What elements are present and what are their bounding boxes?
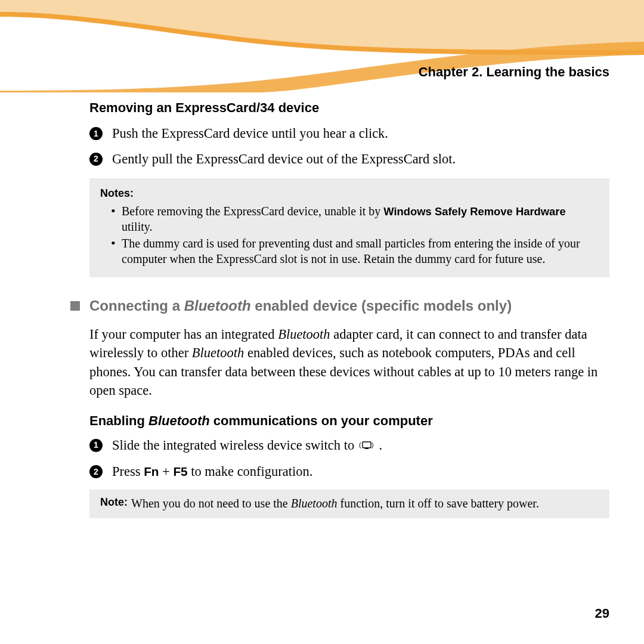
step-number-icon: 2 — [89, 153, 103, 166]
note-item: Before removing the ExpressCard device, … — [111, 203, 599, 234]
svg-text:): ) — [371, 441, 374, 448]
step-1-bt: 1 Slide the integrated wireless device s… — [89, 436, 609, 456]
note-box-battery: Note: When you do not need to use the Bl… — [89, 490, 609, 518]
bluetooth-description: If your computer has an integrated Bluet… — [89, 325, 609, 400]
step-text: Slide the integrated wireless device swi… — [112, 436, 382, 456]
note-item: The dummy card is used for preventing du… — [111, 236, 599, 267]
section-heading-removing-expresscard: Removing an ExpressCard/34 device — [89, 100, 609, 116]
svg-rect-2 — [365, 448, 369, 449]
section-heading-bluetooth: Connecting a Bluetooth enabled device (s… — [70, 298, 609, 314]
note-label: Note: — [100, 496, 128, 511]
page-number: 29 — [595, 606, 609, 621]
svg-rect-1 — [363, 442, 371, 448]
chapter-title: Chapter 2. Learning the basics — [419, 64, 609, 80]
step-text: Push the ExpressCard device until you he… — [112, 124, 388, 144]
step-text: Press Fn + F5 to make configuration. — [112, 462, 312, 482]
step-number-icon: 1 — [89, 127, 103, 140]
wireless-on-icon: ( ) — [359, 436, 374, 456]
page-header: Chapter 2. Learning the basics — [0, 0, 644, 92]
step-2-bt: 2 Press Fn + F5 to make configuration. — [89, 462, 609, 482]
notes-box: Notes: Before removing the ExpressCard d… — [89, 178, 609, 277]
notes-title: Notes: — [100, 187, 599, 200]
page-content: Removing an ExpressCard/34 device 1 Push… — [89, 100, 609, 518]
svg-text:(: ( — [359, 441, 361, 448]
step-1: 1 Push the ExpressCard device until you … — [89, 124, 609, 144]
step-2: 2 Gently pull the ExpressCard device out… — [89, 150, 609, 169]
step-text: Gently pull the ExpressCard device out o… — [112, 150, 456, 169]
step-number-icon: 1 — [89, 439, 103, 452]
step-number-icon: 2 — [89, 465, 103, 478]
section-heading-enabling-bluetooth: Enabling Bluetooth communications on you… — [89, 413, 609, 429]
square-bullet-icon — [70, 301, 80, 311]
